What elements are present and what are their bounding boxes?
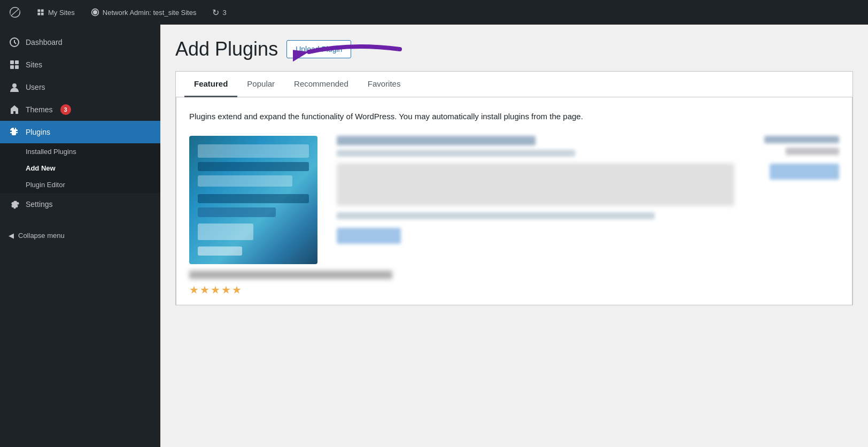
tabs-nav: Featured Popular Recommended Favorites <box>176 72 852 97</box>
plugin-thumbnail <box>189 136 317 264</box>
star-4: ★ <box>221 283 231 296</box>
tab-featured-label: Featured <box>194 79 228 88</box>
users-label: Users <box>26 83 45 91</box>
admin-bar: My Sites Network Admin: test_site Sites … <box>0 0 868 25</box>
themes-badge: 3 <box>60 104 71 115</box>
users-icon <box>9 81 20 93</box>
upload-plugin-button[interactable]: Upload Plugin <box>286 40 351 58</box>
network-admin-button[interactable]: Network Admin: test_site Sites <box>88 0 200 25</box>
sidebar-item-settings[interactable]: Settings <box>0 193 160 215</box>
wp-logo-button[interactable] <box>6 0 24 25</box>
tab-recommended[interactable]: Recommended <box>284 72 358 97</box>
themes-label: Themes <box>26 105 53 114</box>
svg-rect-2 <box>15 60 19 64</box>
plugins-label: Plugins <box>26 128 50 136</box>
plugin-content: Plugins extend and expand the functional… <box>176 97 852 305</box>
tab-favorites-label: Favorites <box>368 79 401 88</box>
my-sites-button[interactable]: My Sites <box>33 0 78 25</box>
settings-icon <box>9 198 20 210</box>
star-2: ★ <box>200 283 210 296</box>
tabs-container: Featured Popular Recommended Favorites <box>175 71 853 305</box>
svg-rect-4 <box>15 65 19 69</box>
plugin-description: Plugins extend and expand the functional… <box>189 110 839 123</box>
add-new-label: Add New <box>26 164 56 172</box>
tab-recommended-label: Recommended <box>294 79 348 88</box>
bottom-blur-bar <box>189 271 392 279</box>
plugin-info-blurred <box>337 136 734 244</box>
svg-rect-1 <box>10 60 14 64</box>
sidebar-item-plugins[interactable]: Plugins <box>0 121 160 143</box>
svg-point-5 <box>12 83 17 88</box>
plugin-editor-label: Plugin Editor <box>26 181 65 189</box>
plugins-submenu: Installed Plugins Add New Plugin Editor <box>0 143 160 193</box>
plugin-cards <box>189 136 839 264</box>
star-3: ★ <box>211 283 220 296</box>
settings-label: Settings <box>26 200 53 209</box>
star-rating: ★ ★ ★ ★ ★ <box>189 283 839 296</box>
sidebar: Dashboard Sites Users Themes 3 Plu <box>0 25 160 447</box>
tab-popular-label: Popular <box>247 79 275 88</box>
submenu-add-new[interactable]: Add New <box>0 160 160 176</box>
tab-featured[interactable]: Featured <box>184 72 237 97</box>
svg-rect-3 <box>10 65 14 69</box>
collapse-menu-button[interactable]: ◀ Collapse menu <box>0 226 160 245</box>
collapse-label: Collapse menu <box>18 232 65 240</box>
sites-icon <box>9 59 20 71</box>
sidebar-item-dashboard[interactable]: Dashboard <box>0 31 160 53</box>
sync-button[interactable]: ↻ 3 <box>209 0 229 25</box>
main-layout: Dashboard Sites Users Themes 3 Plu <box>0 25 868 447</box>
sync-icon: ↻ <box>212 7 219 18</box>
sync-count: 3 <box>222 9 226 17</box>
network-admin-label: Network Admin: test_site Sites <box>103 9 197 17</box>
sidebar-item-themes[interactable]: Themes 3 <box>0 98 160 121</box>
submenu-plugin-editor[interactable]: Plugin Editor <box>0 176 160 193</box>
page-header: Add Plugins Upload Plugin <box>175 37 853 60</box>
sidebar-item-sites[interactable]: Sites <box>0 53 160 76</box>
themes-icon <box>9 104 20 115</box>
dashboard-icon <box>9 36 20 48</box>
installed-plugins-label: Installed Plugins <box>26 148 76 156</box>
plugins-icon <box>9 126 20 138</box>
tab-favorites[interactable]: Favorites <box>358 72 410 97</box>
submenu-installed-plugins[interactable]: Installed Plugins <box>0 143 160 160</box>
page-title: Add Plugins <box>175 37 278 60</box>
sidebar-item-users[interactable]: Users <box>0 76 160 98</box>
tab-popular[interactable]: Popular <box>237 72 284 97</box>
star-5: ★ <box>232 283 242 296</box>
dashboard-label: Dashboard <box>26 38 63 47</box>
sites-label: Sites <box>26 60 42 69</box>
star-1: ★ <box>189 283 199 296</box>
plugin-side-blurred <box>743 136 839 180</box>
collapse-icon: ◀ <box>9 232 14 240</box>
my-sites-label: My Sites <box>48 9 75 17</box>
main-content: Add Plugins Upload Plugin <box>160 25 868 447</box>
